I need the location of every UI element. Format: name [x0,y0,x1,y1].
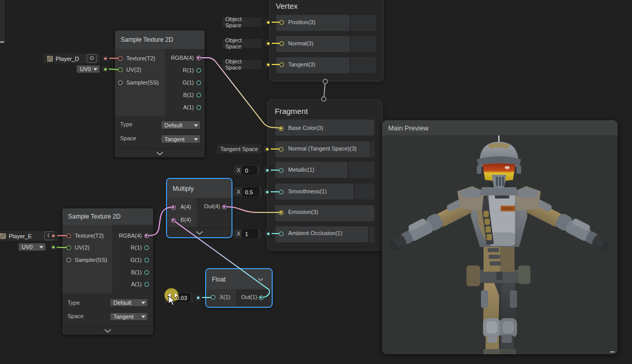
sample-texture-top-header[interactable]: Sample Texture 2D [115,30,205,49]
sample-texture-bottom-header[interactable]: Sample Texture 2D [62,208,153,225]
chevron-down-icon [104,329,111,333]
main-preview-panel[interactable]: Main Preview [381,120,618,355]
fragment-smoothness-label: Smoothness(1) [288,188,327,194]
r-output-label: R(1) [131,244,142,251]
multiply-header[interactable]: Multiply [167,179,231,198]
tangent-space-badge: Tangent Space [217,144,262,154]
helmet [477,142,521,189]
vertex-position-label: Position(3) [288,19,315,25]
vertex-normal-port[interactable] [279,41,284,46]
vertex-normal-label: Normal(3) [288,40,313,46]
multiply-a-input-port[interactable] [171,205,176,210]
x-prefix-label: X [237,167,240,173]
fragment-row-smoothness-valuebox [355,184,374,200]
rgba-output-port[interactable] [144,234,149,238]
g-output-port[interactable] [196,80,201,85]
fragment-title: Fragment [275,107,308,115]
texture-thumbnail-icon [0,233,7,240]
fragment-base-color-port[interactable] [279,126,284,131]
type-dropdown[interactable]: Default [110,299,148,307]
expose-icon[interactable]: ⊙ [87,54,97,63]
texture-input-port[interactable] [66,234,71,238]
b-output-port[interactable] [144,270,149,275]
sampler-input-port[interactable] [118,80,123,85]
uv-input-label: UV(2) [75,244,90,251]
texture-input-label: Texture(T2) [75,233,104,239]
abdomen [484,244,514,272]
object-space-badge-normal: Object Space [222,38,262,48]
r-output-port[interactable] [196,68,201,73]
header-chevron-down-icon[interactable] [258,278,263,281]
fragment-normal-label: Normal (Tangent Space)(3) [288,145,357,152]
mouse-cursor-icon [168,295,176,306]
main-preview-header[interactable]: Main Preview [382,120,618,136]
edge-vertex-to-fragment[interactable] [324,81,325,99]
uv-connector-dot [49,243,57,251]
metallic-value-input[interactable]: 0 [242,166,257,174]
smoothness-value-input[interactable]: 0.5 [242,188,259,196]
object-space-connector-dot [264,61,272,68]
a-output-label: A(1) [183,104,194,110]
preview-resize-handle[interactable] [610,351,615,353]
vertex-row-tangent-valuebox [351,57,376,73]
sample-texture-2d-node-top[interactable]: Sample Texture 2D Texture(T2) UV(2) Samp… [114,30,205,158]
collapse-button[interactable] [115,148,205,157]
float-x-input-port[interactable] [211,295,215,300]
player-e-connector-dot [49,232,57,239]
object-space-connector-dot [264,19,272,26]
uv-input-port[interactable] [66,245,71,250]
fragment-smoothness-port[interactable] [279,190,284,194]
fragment-row-normal-valuebox [371,141,374,157]
uv-channel-dropdown-top[interactable]: UV0 [76,65,100,73]
g-output-label: G(1) [182,79,194,86]
a-output-port[interactable] [144,282,149,287]
texture-input-port[interactable] [118,56,123,61]
metallic-value-widget[interactable]: X 0 [233,165,260,175]
float-out-output-port[interactable] [259,295,263,300]
x-input-label: X(1) [220,294,230,300]
space-dropdown[interactable]: Tangent [161,135,201,143]
x-prefix-label: X [237,230,240,237]
shader-graph-canvas[interactable]: { "canvas": {"background": "#202020"}, "… [0,0,632,364]
smoothness-value-widget[interactable]: X 0.5 [233,187,262,197]
a-input-label: A(4) [180,204,191,210]
collapse-button[interactable] [167,227,231,237]
uv-input-port[interactable] [118,68,123,72]
chevron-down-icon [196,231,203,235]
float-connector-dot [194,294,202,302]
rgba-output-port[interactable] [196,56,201,60]
a-output-port[interactable] [196,105,201,110]
metallic-connector-dot [263,167,271,174]
b-output-port[interactable] [196,93,201,97]
left-shoulder-plate [459,187,482,197]
multiply-out-output-port[interactable] [222,205,227,209]
fragment-normal-port[interactable] [279,147,284,152]
fragment-ambient-occlusion-port[interactable] [279,231,284,236]
out-output-label: Out(1) [241,294,257,300]
float-node[interactable]: Float X(1) Out(1) [206,269,272,307]
type-dropdown[interactable]: Default [161,121,201,129]
fragment-context-block[interactable]: Fragment Base Color(3) Normal (Tangent S… [267,100,382,251]
b-output-label: B(1) [131,269,142,275]
smoothness-connector-dot [263,188,271,195]
fragment-metallic-port[interactable] [279,168,284,173]
fragment-emission-port[interactable] [279,210,284,215]
player-d-property-pill[interactable]: Player_D ⊙ [43,53,101,64]
vertex-tangent-port[interactable] [279,62,284,67]
r-output-label: R(1) [183,67,194,73]
right-shoulder-plate [517,187,539,197]
player-d-label: Player_D [56,56,85,62]
space-label: Space [120,135,136,141]
ambient-occlusion-value-widget[interactable]: X 1 [233,228,261,239]
vertex-position-port[interactable] [279,20,284,25]
collapse-button[interactable] [62,326,153,335]
uv-channel-dropdown-bottom[interactable]: UV0 [18,243,46,251]
multiply-b-input-port[interactable] [171,218,176,223]
vertex-context-block[interactable]: Vertex Position(3) Normal(3) Tangent(3) [269,0,384,81]
g-output-port[interactable] [144,258,149,262]
r-output-port[interactable] [144,245,149,250]
space-dropdown[interactable]: Tangent [110,312,148,321]
sample-texture-2d-node-bottom[interactable]: Sample Texture 2D Texture(T2) UV(2) Samp… [62,208,154,335]
ambient-occlusion-value-input[interactable]: 1 [242,229,258,238]
sampler-input-port[interactable] [66,258,71,262]
